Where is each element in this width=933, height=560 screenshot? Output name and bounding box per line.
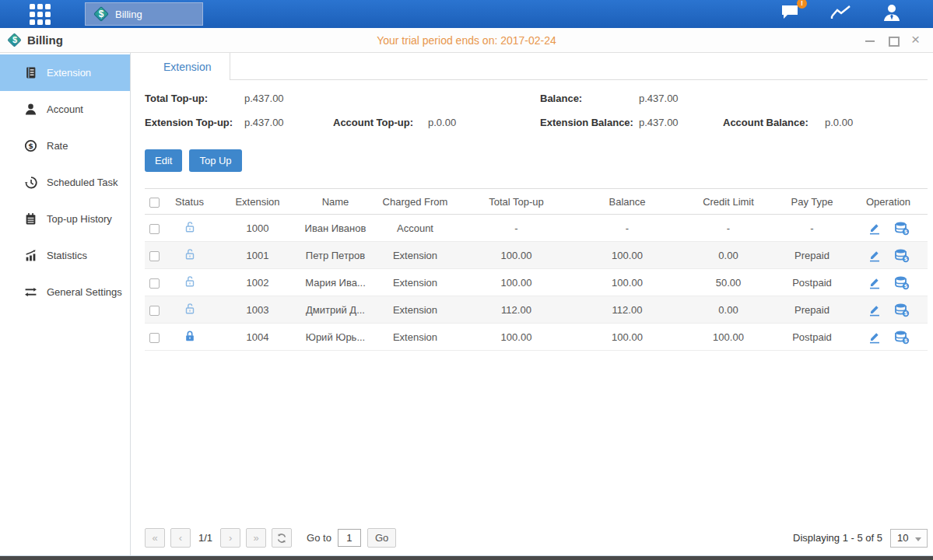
balance-summary: Total Top-up: p.437.00 Balance: p.437.00…	[145, 91, 928, 139]
top-up-balance-icon[interactable]: $	[894, 330, 910, 345]
table-row: 1001Петр ПетровExtension 100.00100.000.0…	[145, 242, 928, 269]
cell-charged-from: Account	[370, 215, 460, 242]
lock-open-icon[interactable]	[183, 220, 197, 234]
edit-extension-icon[interactable]	[867, 275, 882, 290]
cell-balance: 100.00	[573, 269, 682, 296]
account-topup-label: Account Top-up:	[333, 117, 413, 128]
prev-page-button[interactable]: ‹	[170, 528, 191, 548]
lock-closed-icon[interactable]	[183, 329, 197, 343]
cell-pay-type: Prepaid	[775, 296, 849, 324]
sidebar-item-topup-history[interactable]: Top-up History	[0, 201, 130, 237]
extensions-table: Status Extension Name Charged From Total…	[145, 188, 928, 351]
col-status: Status	[164, 189, 215, 215]
cell-pay-type: Postpaid	[775, 324, 849, 351]
account-topup-value: p.0.00	[428, 117, 456, 128]
table-row: 1000Иван ИвановAccount ---- $	[145, 215, 928, 242]
go-button[interactable]: Go	[367, 528, 396, 548]
tab-extension[interactable]: Extension	[145, 53, 230, 80]
sidebar-item-statistics[interactable]: Statistics	[0, 237, 130, 274]
sidebar-item-label: Rate	[47, 140, 68, 152]
sidebar-item-label: Account	[47, 103, 83, 115]
cell-balance: 100.00	[573, 324, 682, 351]
edit-extension-icon[interactable]	[867, 248, 882, 263]
sidebar-item-account[interactable]: Account	[0, 91, 130, 128]
top-up-balance-icon[interactable]: $	[894, 303, 910, 317]
sidebar-item-rate[interactable]: $ Rate	[0, 128, 130, 164]
edit-extension-icon[interactable]	[867, 303, 882, 317]
cell-total-topup: 100.00	[460, 324, 573, 351]
displaying-summary: Displaying 1 - 5 of 5	[793, 532, 882, 544]
goto-page-input[interactable]	[338, 529, 361, 547]
maximize-button[interactable]	[888, 35, 899, 46]
cell-charged-from: Extension	[370, 296, 460, 324]
extension-topup-value: p.437.00	[244, 117, 284, 128]
sidebar-item-scheduled-task[interactable]: Scheduled Task	[0, 164, 130, 201]
top-up-button[interactable]: Top Up	[189, 149, 241, 172]
total-topup-value: p.437.00	[244, 93, 284, 104]
sidebar-item-extension[interactable]: Extension	[0, 54, 130, 91]
row-checkbox[interactable]	[149, 306, 160, 316]
notifications-icon[interactable]: !	[780, 3, 801, 25]
balance-label: Balance:	[540, 93, 582, 104]
sidebar-item-general-settings[interactable]: General Settings	[0, 274, 130, 310]
lock-open-icon[interactable]	[183, 302, 197, 316]
cell-extension: 1004	[215, 324, 300, 351]
cell-total-topup: -	[460, 215, 573, 242]
cell-extension: 1001	[215, 242, 300, 269]
monitor-chart-icon[interactable]	[830, 3, 852, 25]
scheduled-task-icon	[24, 176, 37, 189]
cell-name: Иван Иванов	[300, 215, 370, 242]
svg-text:$: $	[904, 256, 908, 262]
row-checkbox[interactable]	[149, 251, 160, 261]
top-up-balance-icon[interactable]: $	[894, 275, 910, 290]
cell-charged-from: Extension	[370, 269, 460, 296]
top-up-balance-icon[interactable]: $	[894, 248, 910, 263]
row-checkbox[interactable]	[149, 333, 160, 343]
page-size-value: 10	[897, 532, 908, 544]
cell-credit-limit: 100.00	[682, 324, 775, 351]
col-name: Name	[300, 189, 370, 215]
edit-extension-icon[interactable]	[867, 330, 882, 345]
minimize-button[interactable]	[865, 35, 875, 46]
general-settings-icon	[24, 285, 37, 299]
next-page-button[interactable]: ›	[220, 528, 240, 548]
cell-pay-type: -	[775, 215, 849, 242]
select-all-checkbox[interactable]	[149, 198, 160, 208]
col-credit-limit: Credit Limit	[682, 189, 775, 215]
bottom-edge-strip	[0, 555, 933, 560]
user-account-icon[interactable]	[882, 2, 902, 26]
page-size-select[interactable]: 10	[890, 529, 928, 548]
total-topup-label: Total Top-up:	[145, 93, 208, 104]
first-page-button[interactable]: «	[145, 528, 165, 548]
sidebar-item-label: Statistics	[47, 250, 87, 261]
cell-pay-type: Prepaid	[775, 242, 849, 269]
page-indicator: 1/1	[198, 532, 212, 544]
notification-badge: !	[797, 0, 807, 9]
col-total-topup: Total Top-up	[460, 189, 573, 215]
refresh-button[interactable]	[272, 528, 292, 548]
app-launcher-grid-icon[interactable]	[30, 4, 51, 25]
sidebar-item-label: Scheduled Task	[47, 177, 118, 188]
col-balance: Balance	[573, 189, 682, 215]
row-checkbox[interactable]	[149, 278, 160, 289]
content-tab-bar: Extension	[145, 53, 928, 80]
cell-extension: 1002	[215, 269, 300, 296]
window-title-bar: $ Billing Your trial period ends on: 201…	[0, 28, 933, 53]
close-button[interactable]: ×	[911, 35, 922, 46]
row-checkbox[interactable]	[149, 224, 160, 234]
last-page-button[interactable]: »	[246, 528, 266, 548]
svg-text:$: $	[904, 338, 908, 344]
table-row: 1003Дмитрий Д...Extension 112.00112.000.…	[145, 296, 928, 324]
edit-extension-icon[interactable]	[867, 221, 882, 236]
refresh-icon	[276, 533, 287, 544]
top-up-balance-icon[interactable]: $	[894, 221, 910, 236]
cell-balance: -	[573, 215, 682, 242]
cell-name: Дмитрий Д...	[300, 296, 370, 324]
cell-credit-limit: 0.00	[682, 296, 775, 324]
open-app-tab-billing[interactable]: $ Billing	[85, 2, 203, 26]
extension-topup-label: Extension Top-up:	[145, 117, 233, 128]
lock-open-icon[interactable]	[183, 247, 197, 261]
edit-button[interactable]: Edit	[145, 149, 182, 172]
cell-balance: 100.00	[573, 242, 682, 269]
lock-open-icon[interactable]	[183, 275, 197, 289]
